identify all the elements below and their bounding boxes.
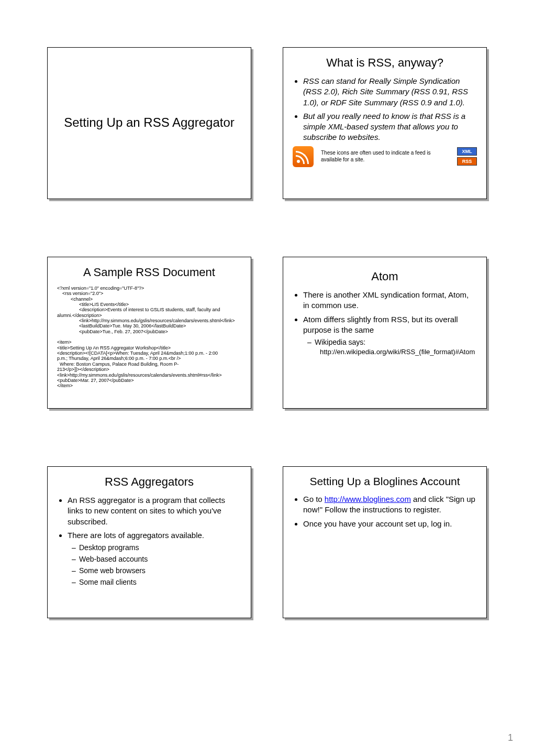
bullet-item: RSS can stand for Really Simple Syndicat… bbox=[303, 76, 477, 108]
bullet-list: RSS can stand for Really Simple Syndicat… bbox=[293, 76, 477, 143]
bullet-item: Go to http://www.bloglines.com and click… bbox=[303, 494, 477, 516]
slide-title: Atom bbox=[293, 270, 477, 283]
sub-bullet: Wikipedia says: http://en.wikipedia.org/… bbox=[315, 337, 477, 356]
slide-bloglines-account: Setting Up a Bloglines Account Go to htt… bbox=[283, 466, 487, 618]
slide-what-is-rss: What is RSS, anyway? RSS can stand for R… bbox=[283, 47, 487, 199]
sub-bullet: Some web browsers bbox=[79, 566, 241, 576]
page-number: 1 bbox=[508, 732, 513, 743]
bullet-list: An RSS aggregator is a program that coll… bbox=[57, 495, 241, 587]
bullet-list: There is another XML syndication format,… bbox=[293, 290, 477, 356]
slide-atom: Atom There is another XML syndication fo… bbox=[283, 257, 487, 409]
slide-grid: Setting Up an RSS Aggregator What is RSS… bbox=[47, 47, 487, 618]
slide-title: RSS Aggregators bbox=[57, 475, 241, 489]
bullet-list: Go to http://www.bloglines.com and click… bbox=[293, 494, 477, 529]
slide-title: A Sample RSS Document bbox=[57, 266, 241, 279]
bullet-item: There is another XML syndication format,… bbox=[303, 290, 477, 311]
bloglines-link[interactable]: http://www.bloglines.com bbox=[325, 495, 411, 503]
xml-badge-icon: XML bbox=[457, 147, 477, 156]
rss-badge-icon: RSS bbox=[457, 157, 477, 166]
slide-rss-aggregators: RSS Aggregators An RSS aggregator is a p… bbox=[47, 466, 251, 618]
icon-row: These icons are often used to indicate a… bbox=[293, 146, 477, 167]
sub-bullet: Desktop programs bbox=[79, 543, 241, 553]
slide-title: Setting Up a Bloglines Account bbox=[293, 475, 477, 488]
bullet-item: An RSS aggregator is a program that coll… bbox=[68, 495, 241, 527]
sub-bullet: Some mail clients bbox=[79, 577, 241, 587]
bullet-item: Once you have your account set up, log i… bbox=[303, 519, 477, 529]
wikipedia-link-text: http://en.wikipedia.org/wiki/RSS_(file_f… bbox=[320, 347, 477, 357]
slide-title: Setting Up an RSS Aggregator bbox=[64, 115, 235, 130]
bullet-item: There are lots of aggregators available.… bbox=[68, 530, 241, 587]
document-page: Setting Up an RSS Aggregator What is RSS… bbox=[0, 0, 534, 756]
badge-stack: XML RSS bbox=[457, 147, 477, 166]
rss-feed-icon bbox=[293, 146, 314, 167]
bullet-item: But all you really need to know is that … bbox=[303, 111, 477, 143]
sub-bullet: Web-based accounts bbox=[79, 554, 241, 564]
slide-sample-rss-doc: A Sample RSS Document <?xml version="1.0… bbox=[47, 257, 251, 409]
bullet-item: Atom differs slightly from RSS, but its … bbox=[303, 314, 477, 357]
slide-title-card: Setting Up an RSS Aggregator bbox=[47, 47, 251, 199]
icon-caption: These icons are often used to indicate a… bbox=[321, 150, 450, 163]
slide-title: What is RSS, anyway? bbox=[293, 56, 477, 70]
code-block: <?xml version="1.0" encoding="UTF-8"?><r… bbox=[57, 286, 241, 389]
